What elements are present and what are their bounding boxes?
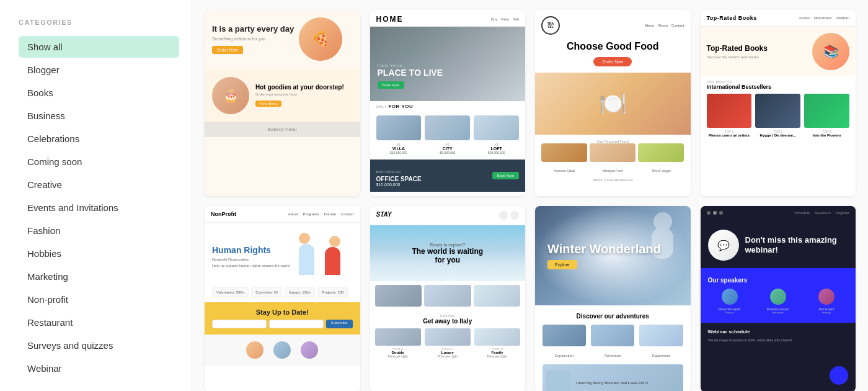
card2-prop1-image <box>376 115 422 140</box>
card3-headline: Choose Good Food <box>535 41 691 57</box>
sidebar-item-creative[interactable]: Creative <box>19 174 179 196</box>
card2-prop3-image <box>474 115 519 140</box>
sidebar-item-surveys[interactable]: Surveys and quizzes <box>19 335 179 356</box>
card7-act1: Exploration <box>542 325 586 359</box>
card8-header: Schedule Speakers Register <box>701 206 856 220</box>
card8-speaker1: Financial Expert Finance <box>708 289 751 314</box>
template-card-hotel[interactable]: STAY Ready to explore? The world is wait… <box>370 206 526 391</box>
card3-logo: TRAVEL <box>541 16 560 35</box>
template-card-realestate[interactable]: HOME Buy Rent Sell FIND YOUR PLACE TO LI… <box>370 10 526 196</box>
card4-logo: Top-Rated Books <box>707 15 757 21</box>
sidebar-item-restaurant[interactable]: Restaurant <box>19 312 179 333</box>
card5-desc: Help us support human rights around the … <box>212 264 290 267</box>
card2-hero: FIND YOUR PLACE TO LIVE Book Now <box>370 27 526 101</box>
card1-bottom: 🎂 Hot goodies at your doorstep! Order yo… <box>205 70 360 122</box>
sidebar-title: CATEGORIES <box>19 19 179 26</box>
card5-subscribe-btn[interactable]: Subscribe <box>326 320 353 328</box>
card7-discover: Discover our adventures <box>542 313 683 320</box>
template-card-nonprofit[interactable]: NonProfit About Programs Donate Contact … <box>205 206 360 391</box>
card-preview-books: Top-Rated Books Fiction Non-fiction Chil… <box>701 10 856 196</box>
sidebar-item-business[interactable]: Business <box>19 105 179 127</box>
card8-speakers-grid: Financial Expert Finance Business Expert… <box>708 289 849 314</box>
card4-header: Top-Rated Books Fiction Non-fiction Chil… <box>701 10 856 27</box>
card5-headline: Human Rights <box>212 245 290 256</box>
card6-room1-img <box>375 328 421 346</box>
sidebar-item-coming-soon[interactable]: Coming soon <box>19 151 179 173</box>
card7-act2-img <box>591 325 634 346</box>
card7-activities: Exploration Adventure Equipment <box>542 325 683 359</box>
sidebar-item-blogger[interactable]: Blogger <box>19 59 179 81</box>
card4-nav: Fiction Non-fiction Children <box>799 16 849 20</box>
card8-speakers-title: Our speakers <box>708 277 849 284</box>
card2-only: ONLY FOR YOU <box>370 101 526 110</box>
card2-prop2-image <box>425 115 470 140</box>
card8-speaker1-avatar <box>722 289 738 305</box>
card1-btn: Order Now <box>212 46 243 54</box>
card5-team <box>205 335 360 366</box>
card6-room2: ROOM #2 Luxury Price per night <box>425 328 471 358</box>
card2-prop1: #1 VILLA $10,000,000 <box>376 115 422 155</box>
card5-stats: Volunteers: 500+ Countries: 30 Impact: 1… <box>205 287 360 302</box>
card8-speaker2: Business Expert Marketing <box>756 289 800 314</box>
card-preview-nonprofit: NonProfit About Programs Donate Contact … <box>205 206 360 391</box>
card5-email-input[interactable] <box>269 320 324 328</box>
card-preview-hotel: STAY Ready to explore? The world is wait… <box>370 206 526 391</box>
card4-hero-image: 📚 <box>812 33 849 70</box>
card5-name-input[interactable] <box>212 320 267 328</box>
card4-book1: TOP 1 Piensa como un artista <box>707 94 752 138</box>
card2-sub: FIND YOUR <box>378 64 443 68</box>
card2-prop3: #3 LOFT $10,000,000 <box>474 115 519 155</box>
card6-room3-img <box>474 328 520 346</box>
sidebar-item-hobbies[interactable]: Hobbies <box>19 243 179 264</box>
card8-schedule-desc: The top 4 keys to success in 2024 - and … <box>708 338 849 343</box>
card8-top: 💬 Don't miss this amazing webinar! <box>701 220 856 268</box>
card5-illustration <box>296 231 345 281</box>
card4-desc: Discover the world's best books <box>707 55 808 59</box>
sidebar-item-show-all[interactable]: Show all <box>19 36 179 58</box>
card2-hero-text: FIND YOUR PLACE TO LIVE Book Now <box>378 64 443 89</box>
card3-food1: Avocado Salad <box>541 143 587 174</box>
card7-person-image <box>546 371 571 391</box>
main-content: It is a party every day Something delici… <box>192 0 868 391</box>
sidebar-item-fashion[interactable]: Fashion <box>19 220 179 241</box>
sidebar-item-webinar[interactable]: Webinar <box>19 357 179 379</box>
card8-speaker3: Dan Expert Strategy <box>805 289 848 314</box>
card6-rooms: ROOM #1 Double Price per night ROOM #2 L… <box>370 328 526 363</box>
sidebar-item-nonprofit[interactable]: Non-profit <box>19 289 179 310</box>
card7-act1-img <box>542 325 586 346</box>
card6-img3 <box>474 285 521 307</box>
sidebar-item-celebrations[interactable]: Celebrations <box>19 128 179 150</box>
card4-hero: Top-Rated Books Discover the world's bes… <box>701 27 856 76</box>
card6-image-grid <box>370 281 526 310</box>
card8-action-btn[interactable] <box>830 366 848 385</box>
template-card-webinar[interactable]: Schedule Speakers Register 💬 Don't miss … <box>701 206 856 391</box>
card2-office-btn: Book Now <box>492 172 519 179</box>
card8-icon: 💬 <box>708 230 739 261</box>
template-card-books[interactable]: Top-Rated Books Fiction Non-fiction Chil… <box>701 10 856 196</box>
card-preview-travelfood: TRAVEL Menu About Contact Choose Good Fo… <box>535 10 691 196</box>
template-card-winter[interactable]: Winter Wonderland Explore Discover our a… <box>535 206 691 391</box>
sidebar-item-events[interactable]: Events and Invitations <box>19 197 179 218</box>
card-preview-webinar: Schedule Speakers Register 💬 Don't miss … <box>701 206 856 391</box>
card7-bottom: Discover our adventures Exploration Adve… <box>535 305 691 391</box>
card7-hero-btn: Explore <box>547 260 577 269</box>
card3-food-image: 🍽️ <box>535 73 691 135</box>
template-card-travelfood[interactable]: TRAVEL Menu About Contact Choose Good Fo… <box>535 10 691 196</box>
card6-room2-img <box>425 328 471 346</box>
card4-headline: Top-Rated Books <box>707 44 808 53</box>
card7-act2: Adventure <box>591 325 634 359</box>
card3-food3-img <box>638 143 684 162</box>
card2-properties: #1 VILLA $10,000,000 #2 CITY $9,000,000 … <box>370 110 526 160</box>
card1-headline: It is a party every day <box>212 24 294 34</box>
template-card-party[interactable]: It is a party every day Something delici… <box>205 10 360 196</box>
card5-newsletter-headline: Stay Up to Date! <box>212 308 353 316</box>
card2-header: HOME Buy Rent Sell <box>370 10 526 27</box>
card6-img1 <box>375 285 422 307</box>
card2-popular: MOST POPULAR OFFICE SPACE $10,000,000 Bo… <box>370 160 526 192</box>
card8-headline: Don't miss this amazing webinar! <box>745 235 849 254</box>
card7-person-text: I tried Big Bunny Mountain and it was EP… <box>576 381 648 385</box>
card6-hero-text: Ready to explore? The world is waiting f… <box>409 243 486 264</box>
card2-logo: HOME <box>376 15 404 24</box>
sidebar-item-marketing[interactable]: Marketing <box>19 266 179 287</box>
sidebar-item-books[interactable]: Books <box>19 82 179 104</box>
